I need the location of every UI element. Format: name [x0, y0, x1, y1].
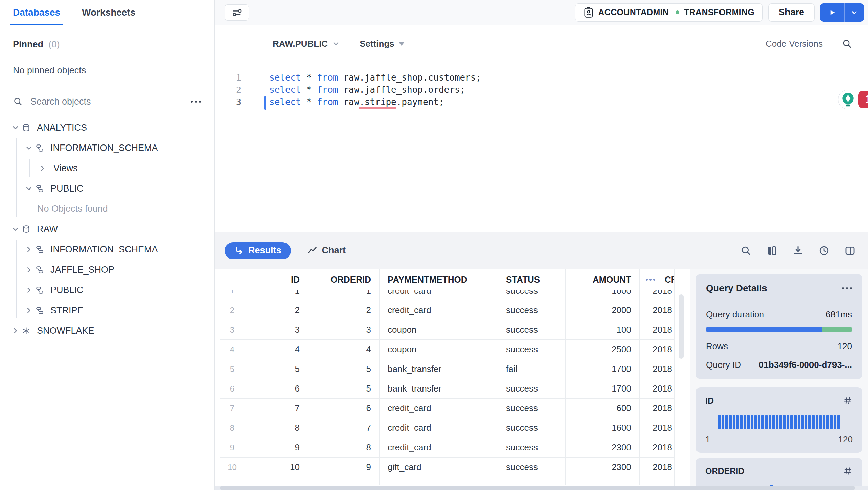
query-details-card: Query Details Query duration 681ms Rows … — [696, 274, 862, 379]
table-cell: 4 — [245, 340, 308, 359]
chevron-down-icon — [850, 8, 859, 17]
tree-item-information-schema[interactable]: INFORMATION_SCHEMA — [0, 239, 214, 260]
table-row[interactable]: 111credit_cardsuccess10002018 — [220, 290, 674, 300]
table-cell: bank_transfer — [380, 359, 498, 379]
query-details-menu-icon[interactable] — [842, 287, 852, 289]
table-row[interactable]: 444couponsuccess25002018 — [220, 340, 674, 359]
tree-item-public[interactable]: PUBLIC — [0, 178, 214, 199]
sidebar-options-icon[interactable] — [190, 100, 202, 103]
tree-item-public[interactable]: PUBLIC — [0, 280, 214, 300]
copilot-suggestion-pill[interactable]: 1 — [838, 90, 868, 109]
run-button[interactable] — [820, 3, 844, 22]
chevron-right-icon[interactable] — [24, 245, 34, 254]
code-line[interactable]: 1select * from raw.jaffle_shop.customers… — [215, 71, 868, 84]
worksheet-display-settings-button[interactable] — [225, 4, 249, 21]
row-number-cell: 4 — [220, 340, 245, 359]
snowsight-worksheet-app: Databases Worksheets Pinned (0) No pinne… — [0, 0, 868, 490]
horizontal-scrollbar-thumb[interactable] — [220, 486, 855, 490]
code-line[interactable]: 3select * from raw.stripe.payment; — [215, 96, 868, 108]
run-options-button[interactable] — [844, 3, 864, 22]
tree-item-label: SNOWFLAKE — [37, 326, 94, 336]
table-row[interactable]: 998credit_cardsuccess23002018 — [220, 438, 674, 458]
tree-item-raw[interactable]: RAW — [0, 219, 214, 239]
sql-editor[interactable]: 1select * from raw.jaffle_shop.customers… — [215, 62, 868, 232]
column-header-status[interactable]: STATUS — [498, 269, 566, 290]
tree-item-stripe[interactable]: STRIPE — [0, 300, 214, 320]
code-line[interactable]: 2select * from raw.jaffle_shop.orders; — [215, 84, 868, 96]
chevron-down-icon[interactable] — [24, 144, 34, 152]
column-header-amount[interactable]: AMOUNT — [566, 269, 640, 290]
table-row[interactable]: 887credit_cardsuccess16002018 — [220, 418, 674, 438]
code-versions-button[interactable]: Code Versions — [766, 39, 823, 49]
tree-item-analytics[interactable]: ANALYTICS — [0, 117, 214, 138]
tree-item-snowflake[interactable]: SNOWFLAKE — [0, 320, 214, 341]
table-cell: 9 — [308, 458, 380, 477]
context-selector-button[interactable]: ACCOUNTADMIN TRANSFORMING — [575, 3, 763, 22]
table-row[interactable]: 333couponsuccess1002018 — [220, 320, 674, 340]
table-row[interactable]: 665bank_transfersuccess17002018 — [220, 379, 674, 399]
column-header-rownum[interactable] — [220, 269, 245, 290]
query-id-link[interactable]: 01b349f6-0000-d793-... — [759, 360, 852, 370]
table-cell: credit_card — [380, 399, 498, 418]
tree-guide-line — [29, 159, 30, 177]
column-menu-icon[interactable] — [646, 279, 655, 281]
search-objects-input[interactable]: Search objects — [30, 96, 190, 107]
column-header-orderid[interactable]: ORDERID — [308, 269, 380, 290]
row-number-cell: 6 — [220, 379, 245, 398]
horizontal-scrollbar[interactable] — [215, 486, 868, 490]
table-cell: 5 — [308, 359, 380, 379]
database-tree: ANALYTICSINFORMATION_SCHEMAViewsPUBLICNo… — [0, 117, 214, 341]
search-objects-row: Search objects — [0, 86, 214, 117]
chevron-right-icon[interactable] — [24, 266, 34, 274]
table-cell: 8 — [245, 418, 308, 438]
table-cell: 2018 — [640, 290, 675, 300]
editor-search-icon[interactable] — [842, 38, 852, 49]
tree-item-jaffle-shop[interactable]: JAFFLE_SHOP — [0, 260, 214, 280]
download-icon[interactable] — [792, 245, 804, 257]
histogram-bar — [722, 415, 725, 429]
tab-results[interactable]: Results — [225, 242, 291, 259]
histogram-bar — [830, 415, 833, 429]
code-text: select * from raw.jaffle_shop.customers; — [269, 72, 481, 83]
column-header-paymentmethod[interactable]: PAYMENTMETHOD — [380, 269, 498, 290]
tab-databases[interactable]: Databases — [13, 0, 60, 25]
table-row[interactable]: 776credit_cardsuccess6002018 — [220, 399, 674, 418]
table-row[interactable]: 222credit_cardsuccess20002018 — [220, 300, 674, 320]
chevron-right-icon[interactable] — [24, 306, 34, 315]
history-icon[interactable] — [818, 245, 830, 257]
column-stats-card-id[interactable]: ID 1 120 — [696, 387, 862, 453]
table-cell: credit_card — [380, 418, 498, 438]
table-cell: success — [498, 300, 566, 320]
layout-split-icon[interactable] — [844, 245, 856, 257]
results-search-icon[interactable] — [740, 245, 752, 257]
chevron-right-icon[interactable] — [10, 327, 20, 335]
settings-dropdown[interactable]: Settings — [360, 39, 405, 49]
chevron-down-icon[interactable] — [24, 184, 34, 193]
tab-chart[interactable]: Chart — [307, 245, 346, 256]
histogram-bar — [736, 415, 739, 429]
tab-worksheets[interactable]: Worksheets — [82, 0, 135, 25]
tree-item-label: INFORMATION_SCHEMA — [50, 143, 158, 153]
histogram-bar — [758, 415, 760, 429]
table-cell: 7 — [308, 418, 380, 438]
chevron-right-icon[interactable] — [37, 164, 47, 173]
results-arrow-icon — [234, 246, 244, 255]
table-row[interactable]: 10109gift_cardsuccess23002018 — [220, 458, 674, 477]
chevron-down-icon[interactable] — [10, 225, 20, 233]
tree-item-views[interactable]: Views — [0, 158, 214, 178]
share-button[interactable]: Share — [768, 3, 815, 22]
chevron-down-icon[interactable] — [10, 124, 20, 132]
columns-icon[interactable] — [766, 245, 778, 257]
vertical-scrollbar[interactable] — [675, 269, 690, 490]
chevron-right-icon[interactable] — [24, 286, 34, 294]
column-header-created[interactable]: CREATED — [640, 269, 675, 290]
column-stats-card-orderid[interactable]: ORDERID — [696, 458, 862, 490]
tree-item-information-schema[interactable]: INFORMATION_SCHEMA — [0, 138, 214, 158]
schema-icon — [35, 286, 44, 295]
worksheet-context-dropdown[interactable]: RAW.PUBLIC — [273, 39, 340, 49]
table-cell: 2 — [308, 300, 380, 320]
table-row[interactable]: 555bank_transferfail17002018 — [220, 359, 674, 379]
vertical-scrollbar-thumb[interactable] — [679, 294, 684, 359]
column-header-id[interactable]: ID — [245, 269, 308, 290]
rows-label: Rows — [706, 341, 728, 352]
